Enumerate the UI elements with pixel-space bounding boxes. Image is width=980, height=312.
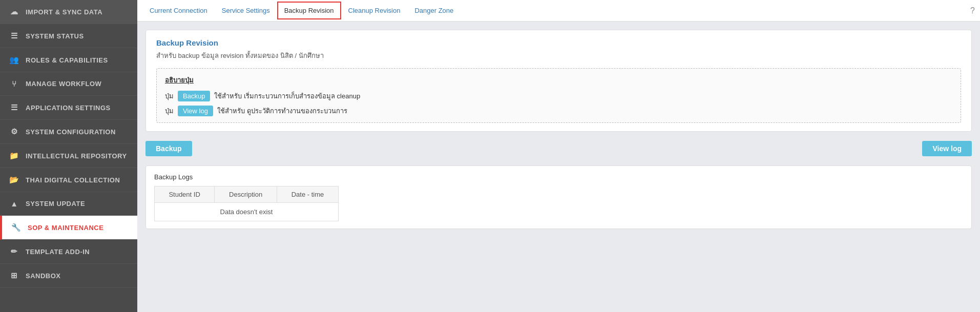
- sidebar-item-sandbox[interactable]: ⊞SANDBOX: [0, 264, 137, 288]
- sidebar-label-system-configuration: SYSTEM CONFIGURATION: [26, 128, 116, 136]
- description-box: อธิบายปุ่ม ปุ่มBackupใช้สำหรับ เริ่มกระบ…: [156, 68, 961, 123]
- desc-text: ใช้สำหรับ เริ่มกระบวนการเก็บสำรองข้อมูล …: [214, 91, 360, 101]
- tab-bar: Current ConnectionService SettingsBackup…: [137, 0, 980, 22]
- thai-digital-collection-icon: 📂: [9, 175, 19, 184]
- logs-table-head: Student IDDescriptionDate - time: [155, 186, 339, 203]
- sidebar-item-roles-capabilities[interactable]: 👥ROLES & CAPABILITIES: [0, 48, 137, 72]
- desc-row: ปุ่มView logใช้สำหรับ ดูประวัติการทำงานข…: [165, 106, 952, 116]
- info-card-title: Backup Revision: [156, 38, 961, 47]
- sidebar: ☁IMPORT & SYNC DATA☰SYSTEM STATUS👥ROLES …: [0, 0, 137, 312]
- import-sync-icon: ☁: [9, 7, 19, 16]
- sidebar-item-system-configuration[interactable]: ⚙SYSTEM CONFIGURATION: [0, 120, 137, 144]
- sidebar-item-intellectual-repository[interactable]: 📁INTELLECTUAL REPOSITORY: [0, 144, 137, 168]
- sidebar-label-roles-capabilities: ROLES & CAPABILITIES: [26, 56, 108, 64]
- sidebar-label-template-add-in: TEMPLATE ADD-IN: [26, 248, 90, 256]
- table-header: Description: [215, 186, 277, 203]
- table-header: Student ID: [155, 186, 215, 203]
- roles-capabilities-icon: 👥: [9, 55, 19, 65]
- viewlog-main-button[interactable]: View log: [922, 141, 972, 156]
- logs-table: Student IDDescriptionDate - time Data do…: [154, 186, 339, 221]
- desc-btn-backup[interactable]: Backup: [178, 91, 210, 101]
- action-row: Backup View log: [145, 139, 972, 158]
- table-row: Data doesn't exist: [155, 203, 339, 221]
- logs-title: Backup Logs: [154, 173, 963, 181]
- intellectual-repository-icon: 📁: [9, 151, 19, 160]
- sidebar-item-thai-digital-collection[interactable]: 📂THAI DIGITAL COLLECTION: [0, 168, 137, 192]
- tab-danger-zone[interactable]: Danger Zone: [407, 2, 461, 19]
- logs-card: Backup Logs Student IDDescriptionDate - …: [145, 165, 972, 229]
- sidebar-item-sop-maintenance[interactable]: 🔧SOP & MAINTENANCE: [0, 216, 137, 240]
- system-update-icon: ▲: [9, 199, 19, 208]
- system-status-icon: ☰: [9, 31, 19, 40]
- system-configuration-icon: ⚙: [9, 127, 19, 136]
- sidebar-label-application-settings: APPLICATION SETTINGS: [26, 104, 111, 112]
- desc-prefix: ปุ่ม: [165, 91, 174, 101]
- empty-message: Data doesn't exist: [155, 203, 339, 221]
- sidebar-label-import-sync: IMPORT & SYNC DATA: [26, 8, 102, 16]
- backup-main-button[interactable]: Backup: [145, 141, 192, 156]
- desc-btn-viewlog[interactable]: View log: [178, 106, 213, 116]
- sidebar-label-system-update: SYSTEM UPDATE: [26, 200, 85, 207]
- template-add-in-icon: ✏: [9, 247, 19, 256]
- desc-text: ใช้สำหรับ ดูประวัติการทำงานของกระบวนการ: [217, 106, 347, 116]
- main-content: Current ConnectionService SettingsBackup…: [137, 0, 980, 312]
- tab-current-connection[interactable]: Current Connection: [142, 2, 215, 19]
- sidebar-label-intellectual-repository: INTELLECTUAL REPOSITORY: [26, 152, 127, 160]
- sidebar-label-thai-digital-collection: THAI DIGITAL COLLECTION: [26, 176, 120, 184]
- sidebar-label-manage-workflow: MANAGE WORKFLOW: [26, 80, 101, 88]
- manage-workflow-icon: ⑂: [9, 79, 19, 88]
- info-card: Backup Revision สำหรับ backup ข้อมูล rev…: [145, 30, 972, 132]
- sidebar-label-sandbox: SANDBOX: [26, 272, 61, 280]
- desc-row: ปุ่มBackupใช้สำหรับ เริ่มกระบวนการเก็บสำ…: [165, 91, 952, 101]
- desc-box-title: อธิบายปุ่ม: [165, 75, 952, 86]
- sidebar-item-application-settings[interactable]: ☰APPLICATION SETTINGS: [0, 96, 137, 120]
- tab-cleanup-revision[interactable]: Cleanup Revision: [341, 2, 408, 19]
- tab-backup-revision[interactable]: Backup Revision: [277, 2, 341, 19]
- sidebar-item-template-add-in[interactable]: ✏TEMPLATE ADD-IN: [0, 240, 137, 264]
- help-icon[interactable]: ?: [970, 6, 975, 15]
- table-header: Date - time: [277, 186, 339, 203]
- sidebar-item-system-status[interactable]: ☰SYSTEM STATUS: [0, 24, 137, 48]
- content-area: Backup Revision สำหรับ backup ข้อมูล rev…: [137, 22, 980, 312]
- sidebar-item-system-update[interactable]: ▲SYSTEM UPDATE: [0, 192, 137, 216]
- tab-service-settings[interactable]: Service Settings: [215, 2, 277, 19]
- sidebar-item-manage-workflow[interactable]: ⑂MANAGE WORKFLOW: [0, 72, 137, 96]
- sidebar-label-system-status: SYSTEM STATUS: [26, 32, 84, 40]
- sidebar-label-sop-maintenance: SOP & MAINTENANCE: [28, 224, 103, 232]
- application-settings-icon: ☰: [9, 103, 19, 112]
- desc-prefix: ปุ่ม: [165, 106, 174, 116]
- info-card-subtitle: สำหรับ backup ข้อมูล revision ทั้งหมดของ…: [156, 50, 961, 61]
- logs-table-body: Data doesn't exist: [155, 203, 339, 221]
- sidebar-item-import-sync[interactable]: ☁IMPORT & SYNC DATA: [0, 0, 137, 24]
- sandbox-icon: ⊞: [9, 271, 19, 280]
- sop-maintenance-icon: 🔧: [11, 223, 22, 232]
